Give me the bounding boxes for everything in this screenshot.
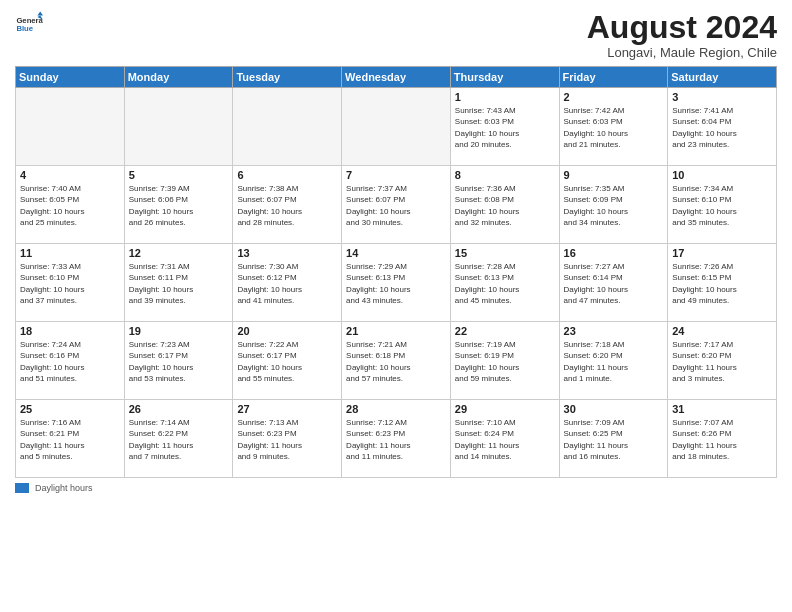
legend: Daylight hours (15, 483, 777, 493)
day-info: Sunrise: 7:26 AMSunset: 6:15 PMDaylight:… (672, 261, 772, 306)
day-number: 15 (455, 247, 555, 259)
page-header: General Blue August 2024 Longavi, Maule … (15, 10, 777, 60)
day-info: Sunrise: 7:21 AMSunset: 6:18 PMDaylight:… (346, 339, 446, 384)
day-number: 7 (346, 169, 446, 181)
day-info: Sunrise: 7:39 AMSunset: 6:06 PMDaylight:… (129, 183, 229, 228)
day-number: 31 (672, 403, 772, 415)
calendar-cell: 12Sunrise: 7:31 AMSunset: 6:11 PMDayligh… (124, 244, 233, 322)
day-number: 1 (455, 91, 555, 103)
day-number: 10 (672, 169, 772, 181)
location-subtitle: Longavi, Maule Region, Chile (587, 45, 777, 60)
day-number: 6 (237, 169, 337, 181)
calendar-cell: 17Sunrise: 7:26 AMSunset: 6:15 PMDayligh… (668, 244, 777, 322)
day-number: 25 (20, 403, 120, 415)
day-number: 11 (20, 247, 120, 259)
header-monday: Monday (124, 67, 233, 88)
day-number: 16 (564, 247, 664, 259)
day-number: 5 (129, 169, 229, 181)
day-info: Sunrise: 7:35 AMSunset: 6:09 PMDaylight:… (564, 183, 664, 228)
calendar-cell (124, 88, 233, 166)
calendar-cell: 11Sunrise: 7:33 AMSunset: 6:10 PMDayligh… (16, 244, 125, 322)
day-info: Sunrise: 7:38 AMSunset: 6:07 PMDaylight:… (237, 183, 337, 228)
calendar-header-row: Sunday Monday Tuesday Wednesday Thursday… (16, 67, 777, 88)
day-number: 18 (20, 325, 120, 337)
day-info: Sunrise: 7:42 AMSunset: 6:03 PMDaylight:… (564, 105, 664, 150)
day-number: 8 (455, 169, 555, 181)
calendar-cell (342, 88, 451, 166)
day-info: Sunrise: 7:12 AMSunset: 6:23 PMDaylight:… (346, 417, 446, 462)
header-thursday: Thursday (450, 67, 559, 88)
calendar-cell: 30Sunrise: 7:09 AMSunset: 6:25 PMDayligh… (559, 400, 668, 478)
day-info: Sunrise: 7:37 AMSunset: 6:07 PMDaylight:… (346, 183, 446, 228)
day-number: 29 (455, 403, 555, 415)
svg-marker-2 (37, 11, 43, 15)
day-info: Sunrise: 7:33 AMSunset: 6:10 PMDaylight:… (20, 261, 120, 306)
calendar-cell: 5Sunrise: 7:39 AMSunset: 6:06 PMDaylight… (124, 166, 233, 244)
calendar-cell (16, 88, 125, 166)
logo-icon: General Blue (15, 10, 43, 38)
day-number: 3 (672, 91, 772, 103)
calendar-cell: 31Sunrise: 7:07 AMSunset: 6:26 PMDayligh… (668, 400, 777, 478)
calendar-week-2: 4Sunrise: 7:40 AMSunset: 6:05 PMDaylight… (16, 166, 777, 244)
calendar-cell: 26Sunrise: 7:14 AMSunset: 6:22 PMDayligh… (124, 400, 233, 478)
calendar-cell: 6Sunrise: 7:38 AMSunset: 6:07 PMDaylight… (233, 166, 342, 244)
day-info: Sunrise: 7:40 AMSunset: 6:05 PMDaylight:… (20, 183, 120, 228)
calendar-cell: 25Sunrise: 7:16 AMSunset: 6:21 PMDayligh… (16, 400, 125, 478)
day-number: 14 (346, 247, 446, 259)
calendar-cell: 2Sunrise: 7:42 AMSunset: 6:03 PMDaylight… (559, 88, 668, 166)
day-number: 28 (346, 403, 446, 415)
day-number: 26 (129, 403, 229, 415)
calendar-week-4: 18Sunrise: 7:24 AMSunset: 6:16 PMDayligh… (16, 322, 777, 400)
svg-text:Blue: Blue (16, 24, 33, 33)
legend-box (15, 483, 29, 493)
calendar-cell: 9Sunrise: 7:35 AMSunset: 6:09 PMDaylight… (559, 166, 668, 244)
header-friday: Friday (559, 67, 668, 88)
day-number: 4 (20, 169, 120, 181)
day-number: 17 (672, 247, 772, 259)
calendar-cell: 19Sunrise: 7:23 AMSunset: 6:17 PMDayligh… (124, 322, 233, 400)
day-info: Sunrise: 7:36 AMSunset: 6:08 PMDaylight:… (455, 183, 555, 228)
calendar-cell: 1Sunrise: 7:43 AMSunset: 6:03 PMDaylight… (450, 88, 559, 166)
day-info: Sunrise: 7:17 AMSunset: 6:20 PMDaylight:… (672, 339, 772, 384)
day-info: Sunrise: 7:07 AMSunset: 6:26 PMDaylight:… (672, 417, 772, 462)
calendar-table: Sunday Monday Tuesday Wednesday Thursday… (15, 66, 777, 478)
calendar-cell: 13Sunrise: 7:30 AMSunset: 6:12 PMDayligh… (233, 244, 342, 322)
calendar-cell: 29Sunrise: 7:10 AMSunset: 6:24 PMDayligh… (450, 400, 559, 478)
legend-label: Daylight hours (35, 483, 93, 493)
calendar-cell: 8Sunrise: 7:36 AMSunset: 6:08 PMDaylight… (450, 166, 559, 244)
header-saturday: Saturday (668, 67, 777, 88)
day-info: Sunrise: 7:14 AMSunset: 6:22 PMDaylight:… (129, 417, 229, 462)
calendar-cell: 10Sunrise: 7:34 AMSunset: 6:10 PMDayligh… (668, 166, 777, 244)
day-info: Sunrise: 7:18 AMSunset: 6:20 PMDaylight:… (564, 339, 664, 384)
calendar-week-3: 11Sunrise: 7:33 AMSunset: 6:10 PMDayligh… (16, 244, 777, 322)
day-number: 27 (237, 403, 337, 415)
day-number: 12 (129, 247, 229, 259)
day-number: 13 (237, 247, 337, 259)
header-sunday: Sunday (16, 67, 125, 88)
calendar-cell: 27Sunrise: 7:13 AMSunset: 6:23 PMDayligh… (233, 400, 342, 478)
day-number: 9 (564, 169, 664, 181)
logo: General Blue (15, 10, 43, 38)
day-info: Sunrise: 7:24 AMSunset: 6:16 PMDaylight:… (20, 339, 120, 384)
header-wednesday: Wednesday (342, 67, 451, 88)
day-info: Sunrise: 7:43 AMSunset: 6:03 PMDaylight:… (455, 105, 555, 150)
calendar-cell: 24Sunrise: 7:17 AMSunset: 6:20 PMDayligh… (668, 322, 777, 400)
day-info: Sunrise: 7:23 AMSunset: 6:17 PMDaylight:… (129, 339, 229, 384)
calendar-cell: 28Sunrise: 7:12 AMSunset: 6:23 PMDayligh… (342, 400, 451, 478)
calendar-cell: 20Sunrise: 7:22 AMSunset: 6:17 PMDayligh… (233, 322, 342, 400)
day-number: 20 (237, 325, 337, 337)
day-info: Sunrise: 7:19 AMSunset: 6:19 PMDaylight:… (455, 339, 555, 384)
day-info: Sunrise: 7:13 AMSunset: 6:23 PMDaylight:… (237, 417, 337, 462)
day-number: 19 (129, 325, 229, 337)
calendar-cell: 22Sunrise: 7:19 AMSunset: 6:19 PMDayligh… (450, 322, 559, 400)
calendar-week-1: 1Sunrise: 7:43 AMSunset: 6:03 PMDaylight… (16, 88, 777, 166)
calendar-cell: 18Sunrise: 7:24 AMSunset: 6:16 PMDayligh… (16, 322, 125, 400)
day-info: Sunrise: 7:41 AMSunset: 6:04 PMDaylight:… (672, 105, 772, 150)
day-number: 2 (564, 91, 664, 103)
calendar-week-5: 25Sunrise: 7:16 AMSunset: 6:21 PMDayligh… (16, 400, 777, 478)
day-info: Sunrise: 7:28 AMSunset: 6:13 PMDaylight:… (455, 261, 555, 306)
calendar-cell: 7Sunrise: 7:37 AMSunset: 6:07 PMDaylight… (342, 166, 451, 244)
calendar-cell: 16Sunrise: 7:27 AMSunset: 6:14 PMDayligh… (559, 244, 668, 322)
day-info: Sunrise: 7:30 AMSunset: 6:12 PMDaylight:… (237, 261, 337, 306)
calendar-cell: 21Sunrise: 7:21 AMSunset: 6:18 PMDayligh… (342, 322, 451, 400)
